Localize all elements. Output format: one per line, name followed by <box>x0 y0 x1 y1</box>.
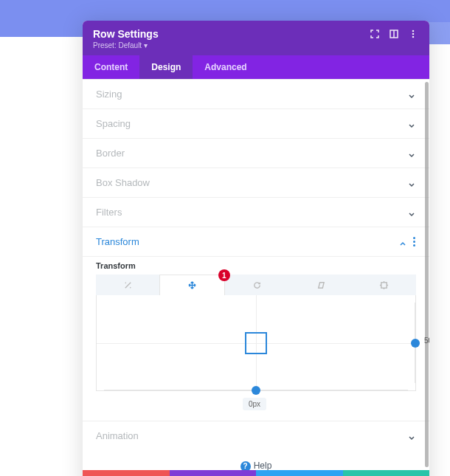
transform-tab-translate[interactable]: 1 <box>159 275 224 295</box>
chevron-down-icon <box>407 432 416 441</box>
close-button[interactable] <box>83 470 170 476</box>
section-options-icon[interactable] <box>413 237 416 246</box>
chevron-down-icon <box>407 90 416 99</box>
section-filters[interactable]: Filters <box>83 197 429 227</box>
svg-point-4 <box>412 36 415 38</box>
slider-thumb[interactable] <box>411 339 420 348</box>
svg-rect-5 <box>381 282 387 287</box>
transform-tab-skew[interactable] <box>288 275 352 295</box>
scrollbar[interactable] <box>425 82 429 467</box>
svg-point-2 <box>412 30 415 32</box>
help-icon: ? <box>240 461 251 471</box>
section-label: Box Shadow <box>96 177 407 188</box>
transform-canvas[interactable]: 50px 2 0px <box>96 295 416 391</box>
section-label: Filters <box>96 207 407 218</box>
section-animation[interactable]: Animation <box>83 421 429 450</box>
offset-y-value: 50px <box>424 337 429 345</box>
section-label: Animation <box>96 430 407 441</box>
section-label: Spacing <box>96 118 407 129</box>
section-spacing[interactable]: Spacing <box>83 108 429 138</box>
preset-label[interactable]: Preset: Default ▾ <box>93 41 419 49</box>
offset-x-value: 0px <box>243 398 266 410</box>
help-text: Help <box>254 461 272 470</box>
offset-x-slider[interactable]: 0px <box>104 384 408 396</box>
svg-point-3 <box>412 33 415 35</box>
confirm-button[interactable] <box>343 470 430 476</box>
chevron-down-icon <box>407 208 416 217</box>
main-tabs: Content Design Advanced <box>83 55 429 79</box>
chevron-down-icon <box>407 149 416 158</box>
tab-content[interactable]: Content <box>83 55 139 79</box>
section-sizing[interactable]: Sizing <box>83 79 429 108</box>
redo-button[interactable] <box>256 470 343 476</box>
section-label: Border <box>96 148 407 159</box>
tab-advanced[interactable]: Advanced <box>193 55 258 79</box>
slider-thumb[interactable] <box>252 386 260 395</box>
expand-icon[interactable] <box>369 28 381 40</box>
undo-button[interactable] <box>170 470 257 476</box>
transform-label: Transform <box>96 261 416 270</box>
annotation-1: 1 <box>218 269 230 281</box>
help-link[interactable]: ?Help <box>83 450 429 470</box>
section-transform[interactable]: Transform <box>83 227 429 256</box>
transform-box[interactable] <box>245 332 267 354</box>
kebab-menu-icon[interactable] <box>407 28 419 40</box>
section-label: Sizing <box>96 89 407 100</box>
chevron-up-icon <box>398 238 407 246</box>
modal-body: Sizing Spacing Border Box Shadow Filters… <box>83 79 429 470</box>
tab-design[interactable]: Design <box>139 55 193 79</box>
section-label: Transform <box>96 236 398 247</box>
chevron-down-icon <box>407 120 416 128</box>
row-settings-modal: Row Settings Preset: Default ▾ Content D… <box>83 21 429 476</box>
transform-tabs: 1 <box>96 275 416 295</box>
transform-tab-scale[interactable] <box>96 275 159 295</box>
modal-title: Row Settings <box>93 28 361 40</box>
transform-tab-origin[interactable] <box>353 275 416 295</box>
snap-icon[interactable] <box>388 28 400 40</box>
modal-header: Row Settings Preset: Default ▾ <box>83 21 429 55</box>
transform-tab-rotate[interactable] <box>225 275 288 295</box>
offset-y-slider[interactable]: 50px 2 <box>409 303 421 383</box>
transform-panel: Transform 1 <box>83 256 429 401</box>
section-box-shadow[interactable]: Box Shadow <box>83 168 429 197</box>
section-border[interactable]: Border <box>83 138 429 168</box>
chevron-down-icon <box>407 179 416 187</box>
modal-footer <box>83 470 429 476</box>
